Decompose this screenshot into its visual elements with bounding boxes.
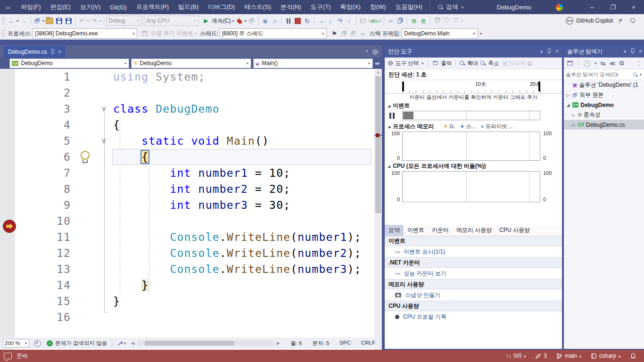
navigate-forward-button[interactable]: →: [19, 16, 28, 26]
tree-item-3[interactable]: ▷⧉종속성: [564, 110, 644, 120]
menu-item-11[interactable]: 창(W): [365, 0, 391, 14]
menu-item-9[interactable]: 도구(T): [306, 0, 336, 14]
code-line[interactable]: 2: [15, 85, 374, 101]
collapse-all-icon[interactable]: ≪: [609, 58, 616, 68]
code-line[interactable]: 4{: [15, 117, 374, 133]
chevron-down-icon[interactable]: ▾: [232, 19, 234, 23]
breakpoint-margin[interactable]: [0, 69, 15, 362]
chevron-down-icon[interactable]: ▾: [368, 19, 370, 23]
menu-item-2[interactable]: 보기(V): [75, 0, 105, 14]
cpu-section-header[interactable]: ◢ CPU (모든 프로세서에 대한 비율(%)): [385, 162, 562, 170]
nav-project-dropdown[interactable]: C# DebugDemo▾: [9, 58, 129, 68]
close-button[interactable]: ×: [623, 0, 644, 14]
events-section-header[interactable]: ◢ 이벤트: [385, 101, 562, 110]
diagnostics-title-bar[interactable]: 진단 도구 ▾ ×: [385, 45, 562, 58]
step-into-button[interactable]: ↓: [326, 16, 335, 26]
tab-debugdemo-cs[interactable]: DebugDemo.cs ×: [4, 46, 66, 58]
show-threads-icon[interactable]: 🗇: [339, 28, 348, 39]
code-line[interactable]: 10: [15, 213, 374, 229]
code-line[interactable]: 16: [15, 309, 374, 325]
timeline-left-handle[interactable]: [402, 82, 404, 91]
solution-search-box[interactable]: 솔루션 탐색기 검색(Ctr ▾: [564, 69, 644, 80]
zoom-in-button[interactable]: 확대: [467, 60, 478, 67]
switch-views-icon[interactable]: 🗔: [567, 58, 573, 68]
pause-events-icon[interactable]: [389, 113, 395, 119]
eol-indicator[interactable]: CRLF: [361, 340, 375, 347]
events-track[interactable]: [402, 111, 540, 120]
scroll-up-icon[interactable]: ▲: [374, 69, 382, 75]
continue-icon[interactable]: ▶: [201, 16, 211, 26]
diag-tab-4[interactable]: CPU 사용량: [495, 225, 534, 236]
zoom-dropdown[interactable]: 200 %▾: [3, 339, 29, 347]
step-over-button[interactable]: ↷: [335, 16, 345, 26]
diagnostics-button[interactable]: 🗠: [358, 16, 368, 26]
indent-decrease-button[interactable]: ≣: [419, 16, 428, 26]
hot-reload-button[interactable]: [235, 16, 244, 26]
indent-increase-button[interactable]: ≣: [409, 16, 419, 26]
memory-graph[interactable]: [402, 132, 540, 161]
new-project-button[interactable]: 🗗: [33, 16, 42, 26]
gear-icon[interactable]: [372, 49, 378, 55]
menu-item-8[interactable]: 분석(N): [276, 0, 306, 14]
next-bookmark-button[interactable]: ⛉: [451, 16, 461, 26]
pending-changes-filter-icon[interactable]: 🕐: [583, 58, 591, 68]
continue-button[interactable]: 계속(C): [212, 17, 231, 25]
save-button[interactable]: [54, 16, 64, 26]
step-out-button[interactable]: ↑: [345, 16, 354, 26]
feedback-bubble-icon[interactable]: [4, 353, 12, 359]
code-cleanup-icon[interactable]: [117, 340, 124, 346]
redo-button[interactable]: ↷: [90, 16, 99, 26]
stack-frame-dropdown[interactable]: DebugDemo.Main▾: [402, 28, 478, 39]
diag-tab-0[interactable]: 요약: [385, 225, 404, 236]
chevron-down-icon[interactable]: ▾: [99, 19, 101, 23]
tab-list-icon[interactable]: ▾: [366, 49, 368, 55]
code-line[interactable]: 12 Console.WriteLine(number2);: [15, 245, 374, 261]
toolbar-overflow-icon[interactable]: ⁚: [636, 58, 641, 68]
diag-tab-2[interactable]: 카운터: [428, 225, 453, 236]
toolbar-grip[interactable]: [1, 29, 5, 38]
close-icon[interactable]: ×: [555, 48, 559, 55]
code-line[interactable]: 5∨ static void Main(): [15, 133, 374, 149]
bell-icon[interactable]: [630, 353, 636, 359]
zoom-out-button[interactable]: 축소: [488, 60, 499, 67]
timeline-ruler[interactable]: 10초20초: [385, 80, 562, 94]
break-all-button[interactable]: [284, 16, 293, 26]
live-share-icon[interactable]: [34, 340, 41, 347]
tree-item-4[interactable]: ▷C#DebugDemo.cs: [564, 120, 644, 130]
cpu-graph[interactable]: [402, 171, 540, 202]
open-file-button[interactable]: [45, 16, 54, 26]
tree-item-2[interactable]: ◢C#DebugDemo: [564, 100, 644, 110]
menu-item-10[interactable]: 확장(X): [335, 0, 365, 14]
nav-member-dropdown[interactable]: ⬙ Main()▾: [253, 58, 373, 68]
window-position-icon[interactable]: ▾: [624, 49, 626, 54]
pending-edits-button[interactable]: 3: [535, 353, 547, 359]
branch-button[interactable]: main ▴: [556, 353, 581, 359]
menu-item-7[interactable]: 테스트(S): [239, 0, 275, 14]
summary-link-3[interactable]: CPU 프로필 기록: [385, 311, 562, 322]
window-position-icon[interactable]: ▾: [540, 49, 543, 54]
show-next-statement-button[interactable]: →: [316, 16, 326, 26]
loop-icon[interactable]: ∞: [358, 28, 367, 39]
code-line[interactable]: 15}: [15, 293, 374, 309]
toolbar-grip[interactable]: [1, 16, 5, 25]
prev-bookmark-button[interactable]: ⛉: [442, 16, 451, 26]
chevron-down-icon[interactable]: ▾: [87, 19, 89, 23]
feedback-icon[interactable]: [556, 4, 563, 11]
editor-horizontal-scrollbar[interactable]: [137, 340, 274, 346]
expander-icon[interactable]: ◢: [566, 103, 570, 107]
process-dropdown[interactable]: [38636] DebugDemo.exe▾: [33, 28, 137, 39]
scroll-left-icon[interactable]: ◀: [131, 341, 134, 346]
copilot-label[interactable]: GitHub Copilot: [576, 17, 613, 24]
editor-vertical-scrollbar[interactable]: ▲ ▼: [374, 69, 382, 362]
code-editor[interactable]: 1using System;23∨class DebugDemo4{5∨ sta…: [0, 69, 374, 362]
solution-explorer-title-bar[interactable]: 솔루션 탐색기 ▾ ×: [564, 45, 644, 58]
code-line[interactable]: 9 int number3 = 30;: [15, 197, 374, 213]
output-button[interactable]: 출력: [441, 60, 452, 67]
code-line[interactable]: 7 int number1 = 10;: [15, 165, 374, 181]
search-button[interactable]: 검색 ▾: [433, 3, 469, 11]
summary-link-1[interactable]: «»성능 카운터 보기: [385, 268, 562, 279]
repository-button[interactable]: csharp ▴: [591, 353, 620, 359]
menu-item-4[interactable]: 프로젝트(P): [132, 0, 173, 14]
diag-tab-3[interactable]: 메모리 사용량: [453, 225, 495, 236]
chevron-down-icon[interactable]: ▾: [245, 19, 247, 23]
